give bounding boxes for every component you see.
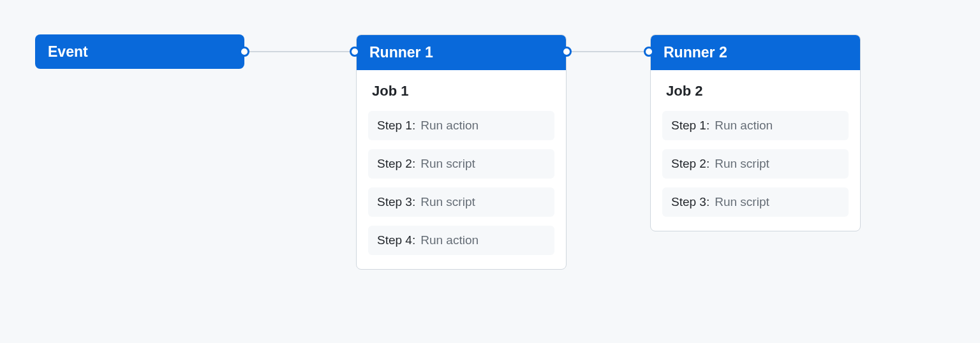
step-item: Step 2: Run script <box>662 149 849 179</box>
step-desc: Run action <box>420 119 479 133</box>
event-node: Event <box>35 34 244 69</box>
step-item: Step 3: Run script <box>662 187 849 217</box>
connector-line <box>561 51 654 52</box>
step-item: Step 1: Run action <box>368 111 554 140</box>
runner-title: Runner 1 <box>369 44 433 61</box>
runner-header: Runner 1 <box>357 35 566 70</box>
workflow-diagram: Event Runner 1 Job 1 Step 1: Run action … <box>0 0 980 343</box>
steps-list: Step 1: Run action Step 2: Run script St… <box>357 111 566 269</box>
steps-list: Step 1: Run action Step 2: Run script St… <box>651 111 860 231</box>
step-label: Step 4: <box>377 233 415 247</box>
step-item: Step 3: Run script <box>368 187 554 217</box>
connector-dot-icon <box>561 47 572 57</box>
runner-title: Runner 2 <box>664 44 727 61</box>
job-title: Job 1 <box>357 70 566 107</box>
step-desc: Run action <box>420 233 479 247</box>
step-label: Step 3: <box>671 195 709 209</box>
connector-dot-icon <box>644 47 654 57</box>
step-item: Step 2: Run script <box>368 149 554 179</box>
step-label: Step 2: <box>671 157 709 171</box>
step-label: Step 3: <box>377 195 415 209</box>
step-label: Step 2: <box>377 157 415 171</box>
runner-header: Runner 2 <box>651 35 860 70</box>
runner-node: Runner 2 Job 2 Step 1: Run action Step 2… <box>650 34 861 231</box>
connector-dot-icon <box>239 47 249 57</box>
runner-node: Runner 1 Job 1 Step 1: Run action Step 2… <box>356 34 567 270</box>
step-label: Step 1: <box>377 119 415 133</box>
connector-line <box>239 51 360 52</box>
step-desc: Run script <box>420 195 475 209</box>
event-title: Event <box>48 43 88 61</box>
step-label: Step 1: <box>671 119 709 133</box>
job-title: Job 2 <box>651 70 860 107</box>
step-item: Step 1: Run action <box>662 111 849 140</box>
step-desc: Run script <box>715 195 769 209</box>
step-desc: Run script <box>715 157 769 171</box>
step-item: Step 4: Run action <box>368 226 554 255</box>
connector-dot-icon <box>350 47 360 57</box>
step-desc: Run script <box>420 157 475 171</box>
step-desc: Run action <box>715 119 773 133</box>
